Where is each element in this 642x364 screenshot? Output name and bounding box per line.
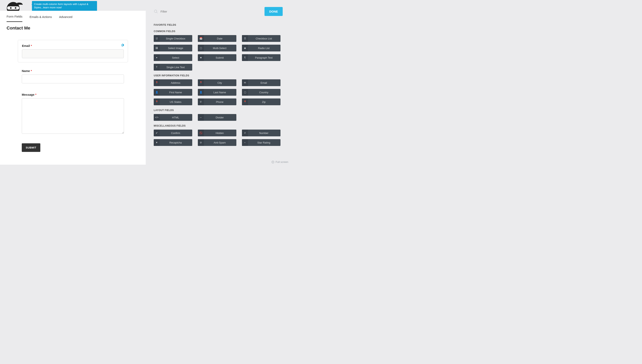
list-icon: ☰ [244, 37, 246, 40]
field-date[interactable]: 📅Date [198, 35, 236, 42]
name-input[interactable] [22, 74, 124, 83]
section-common: COMMON FIELDS [154, 30, 283, 33]
search-icon [154, 9, 158, 14]
square-icon: ▢ [200, 47, 202, 50]
field-address[interactable]: 📍Address [154, 79, 192, 86]
field-radio-list[interactable]: ◉Radio List [242, 45, 281, 52]
svg-point-2 [10, 7, 12, 9]
field-anti-spam[interactable]: ⊘Anti-Spam [198, 139, 236, 146]
phone-icon: ✆ [200, 101, 202, 103]
fields-drawer: DONE FAVORITE FIELDS COMMON FIELDS ☑Sing… [146, 0, 291, 165]
filter-input[interactable] [160, 10, 200, 13]
check-square-icon: ☑ [155, 37, 158, 40]
field-us-states[interactable]: 📍US States [154, 98, 192, 105]
pin-icon: 📍 [244, 101, 246, 103]
field-select[interactable]: ▾Select [154, 54, 192, 61]
square-solid-icon: ■ [200, 56, 202, 59]
square-icon: ▢ [244, 91, 246, 94]
name-label: Name * [22, 69, 124, 72]
field-star-rating[interactable]: ⋆Star Rating [242, 139, 281, 146]
field-email-user[interactable]: ✉Email [242, 79, 281, 86]
field-single-line-text[interactable]: TSingle Line Text [154, 64, 192, 70]
field-multi-select[interactable]: ▢Multi-Select [198, 45, 236, 52]
tab-form-fields[interactable]: Form Fields [7, 11, 22, 22]
field-country[interactable]: ▢Country [242, 89, 281, 96]
check-circle-icon: ✔ [155, 132, 158, 134]
field-zip[interactable]: 📍Zip [242, 98, 281, 105]
filter-icon: ▼ [155, 141, 158, 144]
top-bar: Create multi-column form layouts with La… [0, 0, 146, 11]
fullscreen-toggle[interactable]: Full screen [272, 160, 288, 164]
svg-rect-1 [7, 6, 19, 10]
text-icon: T [155, 66, 158, 68]
field-select-image[interactable]: 🖼Select Image [154, 45, 192, 52]
field-city[interactable]: 📍City [198, 79, 236, 86]
svg-point-4 [272, 161, 274, 163]
field-first-name[interactable]: 👤First Name [154, 89, 192, 96]
eye-slash-icon: 🚫 [200, 132, 202, 134]
tab-advanced[interactable]: Advanced [59, 12, 73, 22]
code-icon: </> [155, 116, 158, 119]
field-checkbox-list[interactable]: ☰Checkbox List [242, 35, 281, 42]
field-phone[interactable]: ✆Phone [198, 98, 236, 105]
svg-point-3 [15, 7, 16, 9]
field-recaptcha[interactable]: ▼Recaptcha [154, 139, 192, 146]
fullscreen-label: Full screen [276, 160, 288, 164]
pin-icon: 📍 [200, 82, 202, 84]
arrows-h-icon: ↔ [200, 116, 202, 119]
field-paragraph-text[interactable]: ¶Paragraph Text [242, 54, 281, 61]
field-email[interactable]: Email * [18, 40, 128, 62]
email-input[interactable] [22, 50, 124, 58]
user-icon: 👤 [200, 91, 202, 94]
field-hidden[interactable]: 🚫Hidden [198, 130, 236, 136]
field-last-name[interactable]: 👤Last Name [198, 89, 236, 96]
tab-emails-actions[interactable]: Emails & Actions [30, 12, 52, 22]
field-divider[interactable]: ↔Divider [198, 114, 236, 121]
image-icon: 🖼 [155, 47, 158, 50]
radio-icon: ◉ [244, 47, 246, 50]
collapse-icon [272, 161, 274, 164]
done-button[interactable]: DONE [265, 7, 283, 16]
hash-icon: # [244, 132, 246, 134]
promo-banner[interactable]: Create multi-column form layouts with La… [32, 1, 97, 11]
form-canvas: Email * Name * Message * SUBMIT [7, 36, 139, 165]
gear-icon[interactable] [121, 43, 124, 47]
field-message[interactable]: Message * [18, 90, 128, 137]
ban-icon: ⊘ [200, 141, 202, 144]
builder-tabs: Form Fields Emails & Actions Advanced [0, 11, 146, 22]
field-name[interactable]: Name * [18, 66, 128, 86]
ninja-forms-logo [3, 0, 23, 11]
form-title[interactable]: Contact Me [7, 26, 30, 31]
drawer-header: DONE [154, 0, 283, 20]
builder-panel: Create multi-column form layouts with La… [0, 0, 146, 165]
message-input[interactable] [22, 98, 124, 134]
section-user-info: USER INFORMATION FIELDS [154, 74, 283, 77]
pin-icon: 📍 [155, 101, 158, 103]
star-half-icon: ⋆ [244, 141, 246, 144]
field-submit[interactable]: ■Submit [198, 54, 236, 61]
chevron-down-icon: ▾ [155, 56, 158, 59]
section-favorite: FAVORITE FIELDS [154, 24, 283, 26]
section-misc: MISCELLANEOUS FIELDS [154, 124, 283, 127]
pin-icon: 📍 [155, 82, 158, 84]
field-confirm[interactable]: ✔Confirm [154, 130, 192, 136]
paragraph-icon: ¶ [244, 56, 246, 59]
user-icon: 👤 [155, 91, 158, 94]
submit-button[interactable]: SUBMIT [22, 143, 40, 152]
calendar-icon: 📅 [200, 37, 202, 40]
message-label: Message * [22, 93, 124, 96]
field-number[interactable]: #Number [242, 130, 281, 136]
envelope-icon: ✉ [244, 82, 246, 84]
field-html[interactable]: </>HTML [154, 114, 192, 121]
section-layout: LAYOUT FIELDS [154, 109, 283, 112]
field-single-checkbox[interactable]: ☑Single Checkbox [154, 35, 192, 42]
email-label: Email * [22, 44, 124, 48]
